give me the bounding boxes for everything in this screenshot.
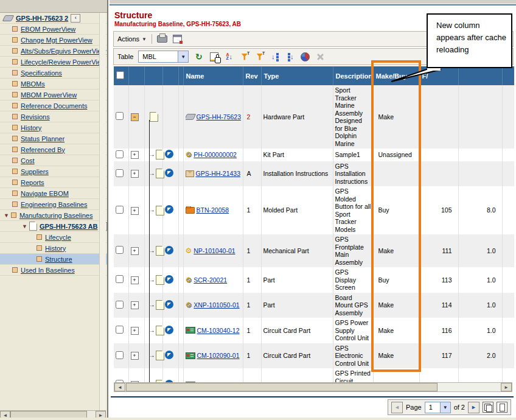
- actions-menu-button[interactable]: Actions ▼: [117, 35, 147, 43]
- expand-row-icon[interactable]: +: [131, 352, 139, 360]
- sidebar-item-suppliers[interactable]: Suppliers: [0, 166, 107, 177]
- scrollbar-thumb[interactable]: [126, 383, 438, 391]
- table-view-select[interactable]: MBL ▼: [138, 51, 189, 63]
- go-to-icon[interactable]: [165, 246, 173, 254]
- sidebar-item-referenced-by[interactable]: Referenced By: [0, 144, 107, 155]
- sidebar-item-label[interactable]: Structure: [45, 256, 72, 263]
- sidebar-item-structure-selected[interactable]: Structure: [0, 254, 107, 265]
- sidebar-item-label[interactable]: Revisions: [21, 113, 50, 121]
- sidebar-item-reports[interactable]: Reports: [0, 177, 107, 188]
- show-all-pages-icon[interactable]: [483, 402, 493, 413]
- row-checkbox[interactable]: [116, 169, 124, 177]
- collapse-row-icon[interactable]: −: [131, 113, 139, 121]
- sidebar-item-label[interactable]: History: [45, 245, 66, 252]
- header-type[interactable]: Type: [261, 66, 333, 85]
- prev-page-button[interactable]: ◄: [391, 402, 403, 413]
- go-to-icon[interactable]: [165, 300, 173, 309]
- sidebar-item-baseline[interactable]: ▼ GPS-HH-75623 AB ^: [0, 221, 107, 232]
- part-link[interactable]: PH-000000002: [194, 151, 237, 159]
- sort-button[interactable]: AZ ↓: [224, 52, 234, 61]
- sidebar-item-label[interactable]: Reports: [21, 179, 44, 186]
- sidebar-item-label[interactable]: Lifecycle: [45, 234, 71, 241]
- row-checkbox[interactable]: [116, 112, 124, 120]
- scroll-right-button[interactable]: ►: [501, 383, 512, 391]
- sidebar-item-label[interactable]: Manufacturing Baselines: [19, 212, 92, 219]
- part-link[interactable]: GPS-HH-21433: [196, 170, 241, 178]
- header-fn[interactable]: F/: [419, 66, 458, 85]
- sidebar-item-label[interactable]: Referenced By: [21, 146, 65, 153]
- expand-row-icon[interactable]: +: [131, 151, 139, 159]
- row-checkbox[interactable]: [116, 301, 124, 309]
- header-extra[interactable]: [502, 66, 514, 85]
- table-horizontal-scrollbar[interactable]: ◄ ►: [114, 382, 512, 392]
- sidebar-item-lifecycle[interactable]: Lifecycle: [0, 232, 107, 243]
- sidebar-item-label[interactable]: Status Planner: [21, 135, 64, 142]
- part-link[interactable]: BTN-20058: [197, 206, 229, 214]
- sidebar-item-reference-documents[interactable]: Reference Documents: [0, 100, 107, 111]
- sidebar-item-status-planner[interactable]: Status Planner: [0, 133, 107, 144]
- sidebar-item-change-mgt-powerview[interactable]: Change Mgt PowerView: [0, 35, 107, 46]
- sidebar-item-history[interactable]: History: [0, 122, 107, 133]
- header-rev[interactable]: Rev: [243, 66, 261, 85]
- go-to-icon[interactable]: [165, 150, 173, 158]
- expand-levels-button[interactable]: ↓: [285, 52, 295, 61]
- sidebar-item-label[interactable]: Lifecycle/Review PowerView: [21, 58, 106, 66]
- sidebar-item-baseline-history[interactable]: History: [0, 243, 107, 254]
- sidebar-root-link[interactable]: GPS-HH-75623 2: [16, 15, 68, 22]
- part-link[interactable]: XNP-101050-01: [194, 301, 239, 309]
- sidebar-vertical-scrollbar[interactable]: [99, 13, 106, 410]
- expand-row-icon[interactable]: +: [131, 207, 139, 215]
- print-button[interactable]: [157, 34, 167, 44]
- go-to-icon[interactable]: [165, 326, 173, 334]
- sidebar-item-revisions[interactable]: Revisions: [0, 111, 107, 122]
- row-checkbox[interactable]: [116, 275, 124, 283]
- select-dropdown-button[interactable]: ▼: [440, 402, 450, 413]
- select-dropdown-button[interactable]: ▼: [178, 51, 188, 62]
- sidebar-item-label[interactable]: GPS-HH-75623 AB: [40, 223, 98, 230]
- sidebar-item-manufacturing-baselines[interactable]: ▼ Manufacturing Baselines: [0, 210, 107, 221]
- go-to-icon[interactable]: [165, 205, 173, 214]
- sidebar-item-cost[interactable]: Cost: [0, 155, 107, 166]
- row-checkbox[interactable]: [116, 326, 124, 334]
- sidebar-item-label[interactable]: Reference Documents: [21, 102, 87, 110]
- sidebar-item-label[interactable]: Change Mgt PowerView: [21, 37, 92, 44]
- sidebar-item-label[interactable]: MBOM PowerView: [21, 91, 77, 99]
- edit-table-button[interactable]: [209, 52, 219, 61]
- header-description[interactable]: Description: [333, 66, 373, 85]
- part-link[interactable]: CM-103040-12: [197, 327, 240, 335]
- expand-row-icon[interactable]: +: [131, 327, 139, 335]
- next-page-button[interactable]: ►: [468, 402, 479, 413]
- sidebar-item-label[interactable]: Alts/Subs/Equivs PowerView: [21, 47, 106, 55]
- expanded-triangle-icon[interactable]: ▼: [4, 212, 9, 219]
- expand-structure-button[interactable]: ↓: [270, 52, 280, 61]
- sidebar-item-label[interactable]: Specifications: [21, 69, 62, 77]
- sidebar-item-navigate-ebom[interactable]: Navigate EBOM: [0, 188, 107, 199]
- sidebar-item-label[interactable]: History: [21, 124, 41, 131]
- expand-row-icon[interactable]: +: [131, 170, 139, 178]
- part-link[interactable]: SCR-20021: [194, 276, 227, 284]
- sidebar-item-lifecycle-review-powerview[interactable]: Lifecycle/Review PowerView: [0, 57, 107, 68]
- sidebar-item-label[interactable]: Navigate EBOM: [21, 190, 69, 197]
- expand-row-icon[interactable]: +: [131, 276, 139, 284]
- chart-button[interactable]: [300, 52, 310, 61]
- refresh-button[interactable]: ↻: [194, 52, 204, 61]
- go-to-icon[interactable]: [165, 351, 173, 359]
- sidebar-root-item[interactable]: GPS-HH-75623 2 ‹: [0, 13, 107, 24]
- filter-button[interactable]: T: [239, 52, 249, 61]
- part-link[interactable]: CM-102090-01: [197, 352, 240, 360]
- header-make-buy[interactable]: Make/Buy: [373, 66, 419, 85]
- sidebar-item-mbom-powerview[interactable]: MBOM PowerView: [0, 89, 107, 100]
- go-to-icon[interactable]: [165, 169, 173, 177]
- expand-row-icon[interactable]: +: [131, 301, 139, 309]
- header-name[interactable]: Name: [183, 66, 243, 85]
- sidebar-item-label[interactable]: Used In Baselines: [21, 267, 75, 274]
- page-select[interactable]: 1 ▼: [425, 402, 451, 413]
- sidebar-item-ebom-powerview[interactable]: EBOM PowerView: [0, 24, 107, 35]
- sidebar-item-label[interactable]: Suppliers: [21, 168, 49, 175]
- scroll-left-button[interactable]: ◄: [114, 383, 125, 391]
- part-link[interactable]: GPS-HH-75623: [197, 113, 241, 121]
- row-checkbox[interactable]: [116, 206, 124, 214]
- row-checkbox[interactable]: [116, 351, 124, 359]
- header-qty[interactable]: [458, 66, 502, 85]
- sidebar-item-label[interactable]: EBOM PowerView: [21, 26, 75, 33]
